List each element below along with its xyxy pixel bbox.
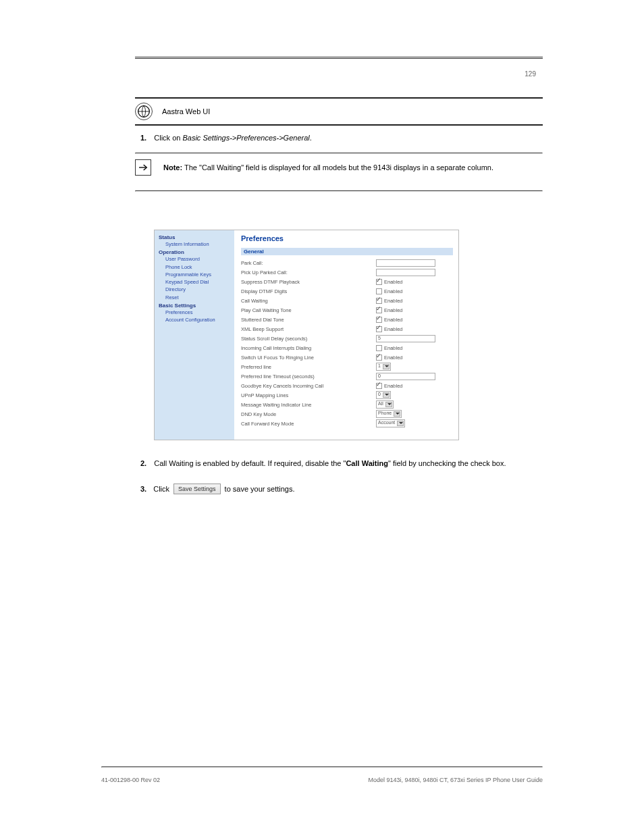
step-3-b: to save your settings.: [225, 485, 295, 493]
form-label: Call Forward Key Mode: [241, 421, 376, 427]
enabled-label: Enabled: [384, 307, 403, 313]
select[interactable]: All: [376, 400, 394, 409]
form-label: XML Beep Support: [241, 326, 376, 332]
nav-speeddial[interactable]: Keypad Speed Dial: [165, 278, 232, 286]
checkbox[interactable]: [376, 383, 382, 389]
form-label: Stuttered Dial Tone: [241, 317, 376, 323]
form-control: Account: [376, 419, 453, 427]
form-control: Enabled: [376, 279, 453, 285]
step-2-b: " field by unchecking the check box.: [388, 459, 506, 467]
text-input[interactable]: 5: [376, 335, 435, 342]
nav-sysinfo[interactable]: System Information: [165, 240, 232, 248]
form-control: Enabled: [376, 383, 453, 389]
form-label: Message Waiting Indicator Line: [241, 402, 376, 408]
step-1-num: 1.: [140, 134, 146, 142]
checkbox[interactable]: [376, 279, 382, 285]
form-label: UPnP Mapping Lines: [241, 392, 376, 398]
step-2-num: 2.: [140, 459, 146, 467]
step-3-a: Click: [153, 485, 169, 493]
enabled-label: Enabled: [384, 345, 403, 351]
form-label: Incoming Call Interrupts Dialing: [241, 345, 376, 351]
form-label: Pick Up Parked Call:: [241, 269, 376, 276]
header-zone: [135, 54, 543, 61]
select[interactable]: 1: [376, 363, 391, 371]
form-row: Call Forward Key ModeAccount: [241, 419, 453, 428]
step-3-num: 3.: [140, 485, 146, 493]
nav-directory[interactable]: Directory: [165, 286, 232, 293]
form-control: Enabled: [376, 326, 453, 332]
save-settings-button[interactable]: Save Settings: [173, 484, 221, 494]
form-control: [376, 259, 453, 267]
chevron-down-icon: [383, 392, 390, 398]
form-row: Play Call Waiting ToneEnabled: [241, 305, 453, 315]
screenshot-panel: Status System Information Operation User…: [154, 230, 459, 440]
note-body: The "Call Waiting" field is displayed fo…: [182, 163, 493, 172]
section-general: General: [241, 248, 453, 255]
form-row: Goodbye Key Cancels Incoming CallEnabled: [241, 381, 453, 390]
checkbox[interactable]: [376, 288, 382, 294]
form-control: Enabled: [376, 345, 453, 351]
nav-prefs[interactable]: Preferences: [165, 309, 232, 316]
nav-userpw[interactable]: User Password: [165, 255, 232, 263]
form-row: DND Key ModePhone: [241, 409, 453, 419]
form-row: Display DTMF DigitsEnabled: [241, 286, 453, 296]
instruction-bar: Aastra Web UI: [135, 97, 543, 126]
text-input[interactable]: [376, 269, 435, 276]
form-row: Stuttered Dial ToneEnabled: [241, 315, 453, 324]
nav-basic[interactable]: Basic Settings: [159, 303, 232, 309]
form-control: Enabled: [376, 288, 453, 294]
footer-right: Model 9143i, 9480i, 9480i CT, 673xi Seri…: [369, 777, 543, 783]
form-row: Preferred line1: [241, 362, 453, 371]
step-2: 2. Call Waiting is enabled by default. I…: [140, 459, 543, 467]
form-label: Park Call:: [241, 260, 376, 266]
form-row: Park Call:: [241, 258, 453, 267]
form-control: 5: [376, 335, 453, 342]
checkbox[interactable]: [376, 355, 382, 361]
form-row: Status Scroll Delay (seconds)5: [241, 334, 453, 343]
form-label: Goodbye Key Cancels Incoming Call: [241, 383, 376, 389]
form-label: Suppress DTMF Playback: [241, 279, 376, 285]
form-label: Preferred line Timeout (seconds): [241, 373, 376, 380]
screenshot-title: Preferences: [241, 234, 453, 242]
select[interactable]: Phone: [376, 410, 402, 418]
form-label: Call Waiting: [241, 298, 376, 304]
select[interactable]: Account: [376, 419, 405, 427]
select[interactable]: 0: [376, 391, 391, 399]
text-input[interactable]: [376, 259, 435, 267]
form-row: UPnP Mapping Lines0: [241, 390, 453, 400]
chevron-down-icon: [385, 402, 392, 407]
nav-phonelock[interactable]: Phone Lock: [165, 263, 232, 271]
hr-note-top: [135, 153, 543, 154]
text-input[interactable]: 0: [376, 373, 435, 380]
form-control: 0: [376, 391, 453, 399]
checkbox[interactable]: [376, 317, 382, 323]
form-label: Preferred line: [241, 364, 376, 370]
form-row: Preferred line Timeout (seconds)0: [241, 371, 453, 381]
checkbox[interactable]: [376, 326, 382, 332]
arrow-icon: [135, 159, 151, 176]
checkbox[interactable]: [376, 345, 382, 351]
chevron-down-icon: [383, 364, 390, 369]
form-control: [376, 269, 453, 276]
form-control: Enabled: [376, 298, 453, 304]
form-control: Enabled: [376, 317, 453, 323]
step-2-field: Call Waiting: [346, 459, 388, 467]
step-1-a: Click on: [154, 134, 182, 142]
footer: 41-001298-00 Rev 02 Model 9143i, 9480i, …: [101, 777, 543, 783]
nav-progkeys[interactable]: Programmable Keys: [165, 271, 232, 278]
enabled-label: Enabled: [384, 317, 403, 323]
nav-operation[interactable]: Operation: [159, 249, 232, 255]
nav-reset[interactable]: Reset: [165, 294, 232, 301]
checkbox[interactable]: [376, 307, 382, 313]
enabled-label: Enabled: [384, 355, 403, 361]
form-row: Switch UI Focus To Ringing LineEnabled: [241, 353, 453, 362]
form-control: Enabled: [376, 355, 453, 361]
checkbox[interactable]: [376, 298, 382, 304]
note-text: Note: The "Call Waiting" field is displa…: [163, 163, 493, 172]
form-row: Pick Up Parked Call:: [241, 267, 453, 277]
screenshot-nav: Status System Information Operation User…: [155, 230, 234, 440]
nav-acct[interactable]: Account Configuration: [165, 316, 232, 323]
step-1-path: Basic Settings->Preferences->General: [182, 134, 309, 142]
nav-status[interactable]: Status: [159, 234, 232, 240]
step-1: 1. Click on Basic Settings->Preferences-…: [140, 134, 543, 142]
